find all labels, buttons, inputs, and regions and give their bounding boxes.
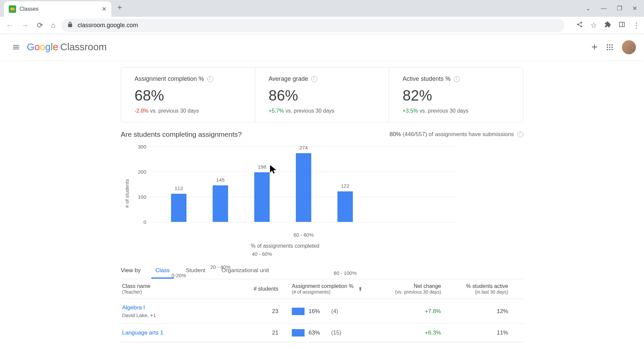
table-header: Class name(Teacher) # students Assignmen… [121,279,523,299]
table-row: Algebra IDavid Lake, +12316% (4)+7.8%12% [121,299,523,324]
stat-card-active: Active students % 82% +3.5% vs. previous… [389,67,523,122]
svg-point-2 [611,44,613,46]
bar-value-label: 198 [258,164,266,170]
th-class-name[interactable]: Class name(Teacher) [121,283,238,295]
x-tick: 0-20% [171,273,186,278]
kebab-menu-icon[interactable]: ⋮ [633,21,640,30]
bar[interactable]: 274 [296,153,311,222]
x-tick: 40 - 60% [252,251,272,257]
url-text: classroom.google.com [77,22,138,29]
x-tick: 60 - 80% [293,232,314,238]
bar[interactable]: 145 [213,185,228,222]
class-link[interactable]: Language arts 1 [122,329,238,336]
bar[interactable]: 198 [254,172,270,222]
cell-completion: 16% (4) [278,308,374,315]
completion-bar [292,329,305,337]
cell-netchange: +6.3% [374,329,441,336]
stat-delta: -2.8% vs. previous 30 days [135,108,241,114]
svg-point-8 [611,49,613,50]
restore-icon[interactable]: ❐ [617,5,622,12]
teacher-name: David Lake, +1 [122,312,238,318]
info-icon[interactable] [517,131,523,137]
bar-group: 1120-20% [171,194,186,222]
cell-students: 23 [238,308,278,315]
avatar[interactable] [622,40,636,54]
lock-icon [67,21,73,29]
bar-group: 12280 - 100% [337,191,353,222]
y-tick: 300 [133,144,146,149]
address-bar[interactable]: classroom.google.com [61,19,565,32]
favicon-icon [9,5,16,13]
bar[interactable]: 122 [337,191,353,222]
app-header: Google Classroom + [0,34,644,60]
stat-value: 86% [269,87,376,104]
home-button[interactable]: ⌂ [49,19,57,32]
extensions-icon[interactable] [604,21,611,30]
svg-point-6 [607,49,608,50]
x-tick: 80 - 100% [334,270,357,276]
tab-org-unit[interactable]: Organizational unit [220,262,270,279]
bar-value-label: 122 [341,183,349,189]
stat-delta: +5.7% vs. previous 30 days [269,108,376,114]
stat-delta: +3.5% vs. previous 30 days [402,108,509,114]
back-button[interactable]: ← [4,19,15,32]
google-classroom-logo[interactable]: Google Classroom [27,42,107,53]
cell-netchange: +7.8% [374,308,441,315]
browser-tab[interactable]: Classes ✕ [4,1,111,17]
stat-title: Active students % [402,75,450,82]
apps-grid-icon[interactable] [606,43,614,51]
window-controls: ⌄ — ❐ ✕ [586,5,637,12]
stat-value: 82% [402,87,509,104]
reload-button[interactable]: ⟳ [35,19,45,32]
view-by-label: View by [121,267,141,274]
create-button[interactable]: + [591,41,598,53]
bar-group: 27460 - 80% [296,153,311,222]
tab-class[interactable]: Class [154,262,171,279]
class-table: Class name(Teacher) # students Assignmen… [121,279,523,342]
th-completion[interactable]: Assignment completion %(# of assignments… [278,283,374,295]
sort-arrow-up-icon [357,286,364,292]
bar-value-label: 112 [174,185,183,191]
bar-group: 14520 - 40% [213,185,228,222]
svg-point-1 [609,44,610,46]
minimize-icon[interactable]: — [601,5,607,12]
svg-point-3 [607,47,608,48]
svg-point-7 [609,49,610,50]
stat-card-completion: Assignment completion % 68% -2.8% vs. pr… [121,67,255,122]
close-window-icon[interactable]: ✕ [632,5,637,12]
sidepanel-icon[interactable] [619,21,625,30]
star-icon[interactable]: ☆ [590,21,597,30]
new-tab-button[interactable]: + [117,3,122,12]
svg-point-5 [611,47,613,48]
cell-completion: 63% (15) [278,329,374,337]
chart: # of students 0100200300 1120-20%14520 -… [121,146,523,240]
table-row: Language arts 12163% (15)+6.3%11% [121,324,523,342]
info-icon[interactable] [311,76,317,82]
stat-title: Average grade [269,75,308,82]
completion-bar [292,308,305,315]
info-icon[interactable] [207,76,213,82]
bar-value-label: 145 [216,177,224,183]
address-bar-row: ← → ⟳ ⌂ classroom.google.com ☆ ⋮ [0,17,644,34]
th-netchange[interactable]: Net change(vs. previous 30 days) [374,283,441,295]
cell-students: 21 [238,329,278,336]
chevron-down-icon[interactable]: ⌄ [586,5,591,12]
bar[interactable]: 112 [171,194,186,222]
cell-active: 11% [441,329,508,336]
th-active[interactable]: % students active(in last 30 days) [441,283,508,295]
y-tick: 200 [133,169,146,175]
close-tab-icon[interactable]: ✕ [102,5,107,13]
th-students[interactable]: # students [238,283,278,295]
tab-student[interactable]: Student [184,262,207,279]
gridline [148,222,456,222]
forward-button[interactable]: → [19,19,31,32]
bar-value-label: 274 [299,145,308,150]
info-icon[interactable] [454,76,460,82]
x-axis-label: % of assignments completed [47,243,523,249]
class-link[interactable]: Algebra I [122,304,238,311]
y-tick: 100 [133,194,146,200]
share-icon[interactable] [576,21,583,30]
browser-tab-strip: Classes ✕ + ⌄ — ❐ ✕ [0,0,644,17]
hamburger-menu-button[interactable] [8,39,24,55]
y-tick: 0 [133,219,146,225]
